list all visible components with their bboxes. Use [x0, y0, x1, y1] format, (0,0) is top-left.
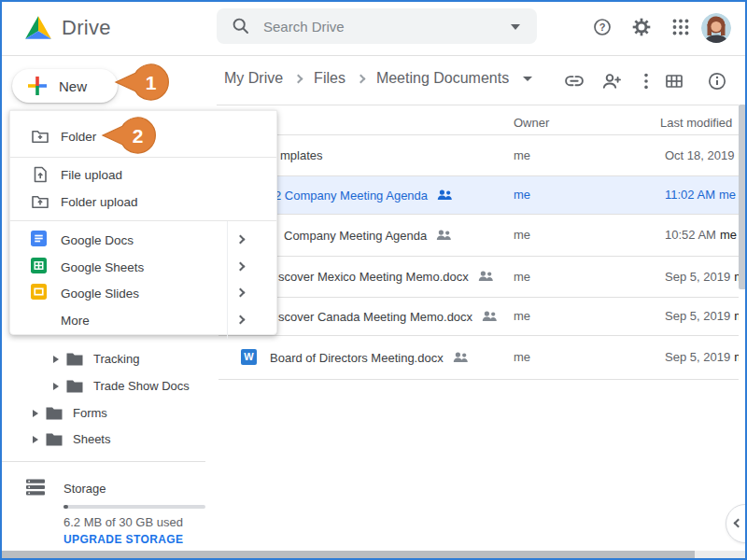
menu-item-label: File upload — [61, 168, 122, 182]
drive-logo-icon — [24, 15, 52, 40]
sidebar-item-trade-show-docs[interactable]: Trade Show Docs — [2, 372, 215, 399]
file-last-modified: Sep 5, 2019me — [665, 270, 739, 284]
file-last-modified: 10:52 AMme — [665, 228, 737, 242]
search-input[interactable] — [263, 8, 478, 44]
breadcrumb-separator-icon — [356, 74, 365, 83]
shared-people-icon — [482, 311, 498, 325]
sidebar-item-forms[interactable]: Forms — [2, 399, 215, 427]
file-name: scover Canada Meeting Memo.docx — [278, 310, 472, 324]
file-name: Company Meeting Agenda — [284, 229, 427, 243]
chevron-right-icon — [236, 235, 246, 245]
menu-item-label: More — [61, 314, 90, 328]
header-divider — [2, 55, 745, 56]
svg-text:2: 2 — [133, 125, 144, 147]
apps-grid-icon[interactable] — [671, 18, 690, 36]
folder-icon — [46, 433, 63, 446]
file-row[interactable]: scover Mexico Meeting Memo.docxmeSep 5, … — [218, 257, 739, 298]
grid-view-icon[interactable] — [664, 71, 684, 91]
storage-label[interactable]: Storage — [63, 482, 106, 496]
breadcrumb-separator-icon — [294, 74, 303, 83]
person-add-icon[interactable] — [601, 71, 622, 91]
google-slides-icon — [31, 284, 49, 302]
chevron-right-icon — [236, 315, 246, 325]
file-last-modified: Sep 5, 2019me — [665, 309, 739, 323]
folder-plus-icon — [31, 127, 49, 146]
column-last-modified[interactable]: Last modified — [660, 116, 732, 130]
file-owner: me — [514, 148, 530, 162]
menu-divider — [10, 157, 276, 158]
folder-icon — [46, 407, 63, 420]
menu-item-more[interactable]: More — [10, 307, 276, 333]
app-title: Drive — [62, 16, 111, 40]
sidebar-item-label: Trade Show Docs — [93, 379, 190, 393]
sidebar-item-label: Forms — [73, 406, 107, 420]
menu-item-google-slides[interactable]: Google Slides — [10, 280, 276, 306]
word-file-icon: W — [241, 349, 257, 365]
svg-text:?: ? — [599, 21, 606, 33]
search-icon — [232, 17, 250, 35]
settings-gear-icon[interactable] — [632, 18, 651, 36]
plus-multicolor-icon — [26, 75, 49, 97]
folder-menu-caret-icon[interactable] — [523, 77, 532, 81]
get-link-icon[interactable] — [564, 71, 585, 91]
file-owner: me — [514, 188, 530, 202]
help-icon[interactable]: ? — [593, 18, 612, 36]
chevron-right-icon — [236, 262, 246, 272]
sidebar-item-label: Sheets — [73, 432, 110, 446]
file-row[interactable]: mplatesmeOct 18, 2019me — [218, 135, 739, 176]
file-row[interactable]: 2 Company Meeting Agendame11:02 AMme — [218, 176, 739, 215]
expand-arrow-icon[interactable] — [53, 383, 59, 390]
expand-arrow-icon[interactable] — [33, 436, 38, 443]
google-sheets-icon — [31, 258, 49, 276]
search-bar[interactable] — [217, 8, 537, 44]
storage-progress-bar — [63, 505, 205, 509]
breadcrumb-my-drive[interactable]: My Drive — [224, 70, 283, 87]
shared-people-icon — [453, 352, 469, 366]
toolbar-divider — [217, 105, 739, 105]
file-owner: me — [514, 270, 530, 284]
upgrade-storage-link[interactable]: UPGRADE STORAGE — [63, 533, 183, 546]
horizontal-scrollbar-thumb[interactable] — [2, 551, 695, 558]
menu-item-google-sheets[interactable]: Google Sheets — [10, 254, 276, 280]
breadcrumb-files[interactable]: Files — [314, 70, 345, 87]
file-row[interactable]: Company Meeting Agendame10:52 AMme — [218, 215, 739, 257]
search-options-caret-icon[interactable] — [511, 24, 520, 30]
new-button-label: New — [59, 78, 87, 94]
menu-item-folder-upload[interactable]: Folder upload — [10, 189, 276, 215]
menu-item-label: Google Sheets — [61, 260, 144, 274]
menu-divider — [10, 220, 276, 221]
file-owner: me — [514, 309, 530, 323]
file-last-modified: Oct 18, 2019me — [665, 148, 739, 162]
file-owner: me — [514, 350, 530, 364]
menu-item-file-upload[interactable]: File upload — [10, 161, 276, 188]
sidebar-item-sheets[interactable]: Sheets — [2, 426, 215, 453]
folder-icon — [66, 380, 83, 393]
new-button[interactable]: New — [12, 69, 118, 103]
menu-item-google-docs[interactable]: Google Docs — [10, 227, 276, 253]
svg-text:1: 1 — [146, 72, 157, 93]
google-docs-icon — [31, 231, 49, 249]
callout-badge-2: 2 — [101, 114, 159, 157]
sidebar-item-tracking[interactable]: Tracking — [2, 345, 215, 372]
menu-item-label: Folder upload — [61, 195, 138, 209]
file-name: 2 Company Meeting Agenda — [275, 189, 428, 203]
file-name: Board of Directors Meeting.docx — [270, 351, 444, 365]
more-vertical-icon[interactable] — [636, 71, 656, 91]
callout-badge-1: 1 — [114, 61, 172, 104]
breadcrumb: My Drive Files Meeting Documents — [224, 70, 532, 87]
user-avatar[interactable] — [701, 13, 731, 43]
file-name: mplates — [280, 148, 323, 162]
column-owner: Owner — [514, 116, 549, 130]
breadcrumb-meeting-documents[interactable]: Meeting Documents — [376, 70, 509, 87]
menu-item-label: Google Slides — [61, 287, 139, 301]
collapse-panel-button[interactable] — [726, 504, 747, 543]
file-row[interactable]: WBoard of Directors Meeting.docxmeSep 5,… — [218, 336, 739, 380]
file-row[interactable]: scover Canada Meeting Memo.docxmeSep 5, … — [218, 298, 739, 336]
shared-people-icon — [436, 230, 452, 244]
vertical-scrollbar[interactable] — [739, 105, 746, 289]
expand-arrow-icon[interactable] — [33, 410, 38, 417]
info-icon[interactable] — [707, 71, 727, 91]
expand-arrow-icon[interactable] — [53, 356, 59, 363]
file-list-header: Owner Last modified — [218, 109, 739, 135]
folder-icon — [66, 353, 83, 366]
